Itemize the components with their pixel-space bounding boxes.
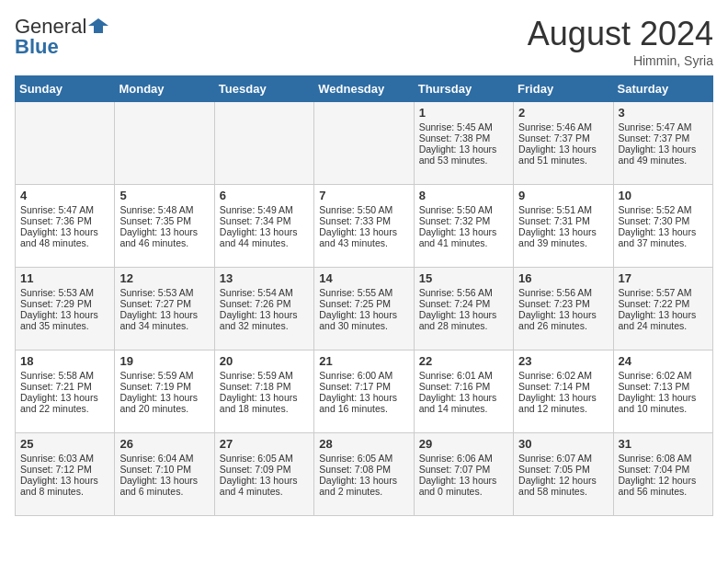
day-info: Sunrise: 6:05 AM: [220, 453, 309, 464]
day-info: Sunset: 7:36 PM: [20, 215, 109, 226]
day-number: 18: [20, 354, 109, 368]
day-info: and 35 minutes.: [20, 320, 109, 331]
day-info: Sunrise: 5:56 AM: [419, 287, 508, 298]
day-info: Sunset: 7:31 PM: [518, 215, 608, 226]
day-number: 6: [220, 189, 309, 202]
day-info: Sunrise: 5:45 AM: [419, 121, 508, 132]
day-info: and 32 minutes.: [220, 320, 309, 331]
day-info: Daylight: 13 hours: [220, 226, 309, 237]
day-number: 21: [319, 354, 408, 368]
calendar-cell: 4Sunrise: 5:47 AMSunset: 7:36 PMDaylight…: [16, 185, 115, 268]
day-info: Sunset: 7:12 PM: [20, 464, 109, 475]
day-info: and 51 minutes.: [518, 155, 608, 166]
day-number: 16: [518, 271, 608, 285]
day-info: Sunrise: 5:56 AM: [518, 287, 608, 298]
day-info: and 28 minutes.: [419, 320, 508, 331]
day-info: Sunset: 7:27 PM: [119, 298, 209, 309]
location: Himmin, Syria: [528, 53, 713, 68]
day-info: Sunrise: 5:53 AM: [20, 287, 109, 298]
calendar-header-row: SundayMondayTuesdayWednesdayThursdayFrid…: [16, 76, 713, 102]
day-info: and 56 minutes.: [619, 486, 708, 497]
calendar-cell: 8Sunrise: 5:50 AMSunset: 7:32 PMDaylight…: [414, 185, 513, 268]
calendar-cell: 3Sunrise: 5:47 AMSunset: 7:37 PMDaylight…: [613, 102, 712, 185]
day-info: Daylight: 12 hours: [619, 475, 708, 486]
calendar-cell: 6Sunrise: 5:49 AMSunset: 7:34 PMDaylight…: [214, 185, 313, 268]
day-number: 20: [220, 354, 309, 368]
day-info: and 20 minutes.: [119, 403, 209, 414]
day-info: Sunset: 7:24 PM: [419, 298, 508, 309]
day-info: Sunrise: 5:50 AM: [419, 204, 508, 215]
day-info: Sunset: 7:33 PM: [319, 215, 408, 226]
day-number: 17: [619, 271, 708, 285]
day-info: Daylight: 13 hours: [518, 309, 608, 320]
calendar-week-row: 25Sunrise: 6:03 AMSunset: 7:12 PMDayligh…: [16, 433, 713, 516]
day-number: 1: [419, 106, 508, 120]
day-info: Sunset: 7:13 PM: [619, 381, 708, 392]
day-info: Sunrise: 6:01 AM: [419, 370, 508, 381]
day-number: 10: [619, 189, 708, 202]
day-info: and 18 minutes.: [220, 403, 309, 414]
day-info: Sunrise: 6:04 AM: [119, 453, 209, 464]
day-info: and 2 minutes.: [319, 486, 408, 497]
day-number: 27: [220, 437, 309, 451]
calendar-cell: [115, 102, 214, 185]
day-info: Daylight: 13 hours: [619, 309, 708, 320]
calendar-cell: 30Sunrise: 6:07 AMSunset: 7:05 PMDayligh…: [514, 433, 613, 516]
day-info: and 41 minutes.: [419, 237, 508, 248]
day-info: Sunset: 7:22 PM: [619, 298, 708, 309]
day-info: Sunset: 7:17 PM: [319, 381, 408, 392]
day-number: 5: [119, 189, 209, 202]
calendar-week-row: 18Sunrise: 5:58 AMSunset: 7:21 PMDayligh…: [16, 350, 713, 433]
day-info: Daylight: 13 hours: [20, 475, 109, 486]
day-info: Sunrise: 6:02 AM: [518, 370, 608, 381]
header-friday: Friday: [514, 76, 613, 102]
day-info: and 8 minutes.: [20, 486, 109, 497]
calendar-week-row: 4Sunrise: 5:47 AMSunset: 7:36 PMDaylight…: [16, 185, 713, 268]
calendar-cell: 5Sunrise: 5:48 AMSunset: 7:35 PMDaylight…: [115, 185, 214, 268]
day-info: Daylight: 13 hours: [20, 392, 109, 403]
day-info: Sunset: 7:14 PM: [518, 381, 608, 392]
month-title: August 2024: [528, 15, 713, 53]
day-info: Daylight: 13 hours: [220, 392, 309, 403]
logo-bird-icon: [88, 17, 108, 37]
calendar-week-row: 1Sunrise: 5:45 AMSunset: 7:38 PMDaylight…: [16, 102, 713, 185]
day-info: Sunset: 7:18 PM: [220, 381, 309, 392]
calendar-cell: 2Sunrise: 5:46 AMSunset: 7:37 PMDaylight…: [514, 102, 613, 185]
day-info: Sunset: 7:37 PM: [518, 132, 608, 144]
day-info: Sunrise: 5:47 AM: [20, 204, 109, 215]
header-thursday: Thursday: [414, 76, 513, 102]
day-info: and 26 minutes.: [518, 320, 608, 331]
calendar-cell: 25Sunrise: 6:03 AMSunset: 7:12 PMDayligh…: [16, 433, 115, 516]
day-number: 22: [419, 354, 508, 368]
day-info: Sunrise: 6:00 AM: [319, 370, 408, 381]
logo-blue-text: Blue: [15, 35, 59, 59]
day-info: Sunset: 7:30 PM: [619, 215, 708, 226]
header-wednesday: Wednesday: [314, 76, 414, 102]
day-number: 26: [119, 437, 209, 451]
day-info: and 10 minutes.: [619, 403, 708, 414]
day-info: Daylight: 13 hours: [220, 309, 309, 320]
header-sunday: Sunday: [16, 76, 115, 102]
page-header: General Blue August 2024 Himmin, Syria: [15, 15, 713, 68]
day-info: Sunrise: 6:08 AM: [619, 453, 708, 464]
calendar-cell: 12Sunrise: 5:53 AMSunset: 7:27 PMDayligh…: [115, 268, 214, 350]
day-info: and 53 minutes.: [419, 155, 508, 166]
day-info: and 39 minutes.: [518, 237, 608, 248]
day-info: Sunset: 7:35 PM: [119, 215, 209, 226]
day-info: Sunrise: 5:52 AM: [619, 204, 708, 215]
calendar-week-row: 11Sunrise: 5:53 AMSunset: 7:29 PMDayligh…: [16, 268, 713, 350]
calendar-cell: 15Sunrise: 5:56 AMSunset: 7:24 PMDayligh…: [414, 268, 513, 350]
day-info: Daylight: 13 hours: [319, 392, 408, 403]
day-info: Daylight: 13 hours: [518, 392, 608, 403]
calendar-table: SundayMondayTuesdayWednesdayThursdayFrid…: [15, 75, 713, 516]
day-number: 13: [220, 271, 309, 285]
day-info: Daylight: 13 hours: [20, 226, 109, 237]
calendar-cell: 1Sunrise: 5:45 AMSunset: 7:38 PMDaylight…: [414, 102, 513, 185]
calendar-cell: 20Sunrise: 5:59 AMSunset: 7:18 PMDayligh…: [214, 350, 313, 433]
day-info: Sunset: 7:34 PM: [220, 215, 309, 226]
day-info: Sunset: 7:23 PM: [518, 298, 608, 309]
day-info: Sunrise: 6:06 AM: [419, 453, 508, 464]
day-info: and 30 minutes.: [319, 320, 408, 331]
day-info: Daylight: 13 hours: [319, 475, 408, 486]
day-info: Sunrise: 5:54 AM: [220, 287, 309, 298]
